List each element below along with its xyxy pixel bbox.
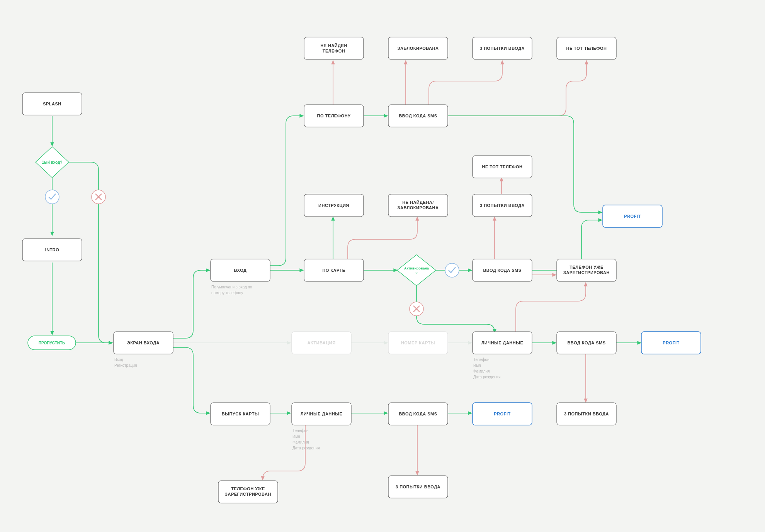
note: Дата рождения [473, 375, 501, 379]
note: Телефон [473, 357, 489, 362]
decision-label: 1ый вход? [42, 160, 63, 164]
node-phone-not-found [304, 37, 364, 59]
node-label: ВВОД КОДА SMS [399, 412, 437, 416]
node-label: НЕ НАЙДЕНА/ [402, 200, 434, 205]
note: Фамилия [473, 369, 490, 373]
note: По умолчанию вход по [211, 285, 252, 289]
node-label: ЗАБЛОКИРОВАНА [398, 205, 439, 210]
node-label: ЭКРАН ВХОДА [127, 341, 160, 345]
svg-point-0 [45, 190, 59, 204]
note: Вход [114, 357, 123, 362]
flow-diagram: SPLASH 1ый вход? INTRO ПРОПУСТИТЬ ЭКРАН … [0, 0, 765, 532]
node-label: АКТИВАЦИЯ [307, 341, 335, 345]
note: Дата рождения [292, 446, 320, 450]
node-label: 3 ПОПЫТКИ ВВОДА [480, 203, 525, 208]
note: номеру телефону [211, 291, 243, 295]
node-label: ВХОД [234, 268, 247, 273]
node-label: ЗАРЕГИСТРИРОВАН [225, 492, 271, 496]
node-label: ТЕЛЕФОН УЖЕ [231, 486, 265, 491]
decision-label: ? [415, 271, 418, 275]
note: Имя [473, 363, 481, 368]
node-label: ЛИЧНЫЕ ДАННЫЕ [481, 341, 524, 345]
svg-point-2 [445, 263, 459, 277]
node-label: НЕ НАЙДЕН [320, 43, 347, 48]
node-label: 3 ПОПЫТКИ ВВОДА [480, 46, 525, 51]
note: Фамилия [292, 440, 309, 444]
node-label: INTRO [45, 247, 60, 252]
node-label: НОМЕР КАРТЫ [401, 341, 435, 345]
decision-activated [397, 255, 436, 286]
node-label: PROFIT [494, 412, 510, 416]
note: Имя [292, 434, 300, 439]
node-label: ВВОД КОДА SMS [483, 268, 521, 273]
node-label: ВВОД КОДА SMS [567, 341, 605, 345]
node-label: PROFIT [663, 341, 679, 345]
decision-label: Активирована [404, 266, 429, 270]
node-label: SPLASH [43, 102, 61, 106]
note: Телефон [292, 429, 308, 433]
node-label: PROFIT [624, 214, 641, 219]
node-label: НЕ ТОТ ТЕЛЕФОН [566, 46, 607, 51]
node-label: ВЫПУСК КАРТЫ [222, 412, 259, 416]
node-label: ПО ТЕЛЕФОНУ [317, 114, 351, 118]
note: Регистрация [114, 363, 137, 368]
node-label: 3 ПОПЫТКИ ВВОДА [564, 412, 609, 416]
node-label: ПРОПУСТИТЬ [39, 341, 65, 345]
node-label: ИНСТРУКЦИЯ [318, 203, 349, 208]
node-label: 3 ПОПЫТКИ ВВОДА [396, 485, 440, 489]
node-label: ВВОД КОДА SMS [399, 114, 437, 118]
node-label: ЗАБЛОКИРОВАНА [398, 46, 439, 51]
node-label: НЕ ТОТ ТЕЛЕФОН [482, 164, 522, 169]
node-label: ТЕЛЕФОН УЖЕ [570, 265, 604, 269]
node-label: ТЕЛЕФОН [323, 49, 345, 53]
node-label: ЗАРЕГИСТРИРОВАН [563, 270, 610, 275]
node-label: ПО КАРТЕ [322, 268, 345, 273]
node-label: ЛИЧНЫЕ ДАННЫЕ [301, 412, 343, 416]
